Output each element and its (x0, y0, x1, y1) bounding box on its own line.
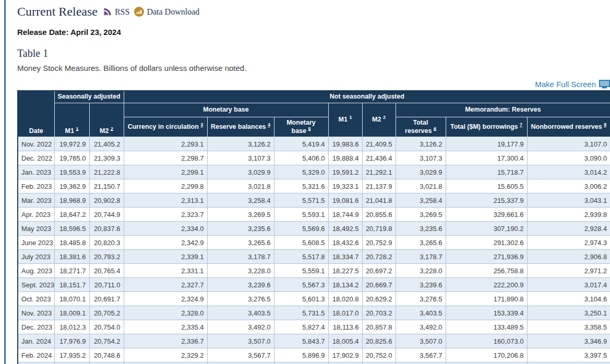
value-cell: 18,744.9 (328, 208, 362, 222)
table-row: Dec. 202219,765.021,309.32,298.73,107.35… (18, 151, 610, 165)
value-cell: 20,711.0 (89, 278, 124, 292)
table-row: Nov. 202318,009.120,705.22,328.03,403.55… (18, 306, 610, 320)
value-cell: 5,329.0 (274, 165, 328, 179)
footnote-link-5[interactable]: 5 (308, 126, 310, 131)
value-cell: 2,342.9 (124, 236, 207, 250)
footnote-ref-1[interactable]: 1 (349, 115, 352, 120)
value-cell: 3,126.2 (207, 137, 274, 151)
value-cell: 2,906.8 (527, 250, 610, 264)
value-cell: 3,029.9 (207, 165, 274, 179)
table-row: Dec. 202318,012.320,754.02,335.43,492.05… (18, 320, 610, 334)
col-header-date: Date (18, 91, 54, 137)
value-cell: 20,744.9 (89, 208, 124, 222)
date-cell: Mar. 2023 (18, 193, 54, 208)
value-cell: 3,107.3 (207, 151, 274, 165)
value-cell: 18,432.6 (328, 236, 362, 250)
value-cell: 133,489.5 (446, 320, 527, 334)
value-cell: 18,113.6 (328, 320, 362, 334)
value-cell: 3,346.9 (527, 334, 610, 348)
value-cell: 3,265.6 (207, 236, 274, 250)
data-download-link[interactable]: Data Download (134, 7, 199, 17)
footnote-link-7[interactable]: 7 (520, 122, 522, 127)
value-cell: 3,492.0 (396, 320, 446, 334)
value-cell: 17,902.9 (328, 348, 362, 362)
value-cell: 3,107.0 (527, 137, 610, 151)
value-cell: 20,825.6 (362, 334, 396, 348)
value-cell: 20,754.2 (89, 334, 124, 348)
value-cell: 5,567.3 (274, 278, 328, 292)
make-full-screen-link[interactable]: Make Full Screen (535, 80, 596, 89)
value-cell: 170,206.8 (446, 348, 527, 362)
value-cell: 2,327.7 (124, 278, 207, 292)
value-cell: 2,329.2 (124, 348, 207, 362)
value-cell: 3,507.0 (207, 334, 274, 348)
table-row: July 202318,381.620,793.22,339.13,178.75… (18, 250, 610, 264)
value-cell: 2,331.1 (124, 264, 207, 278)
value-cell: 307,190.2 (446, 222, 527, 236)
value-cell: 5,731.5 (274, 306, 328, 320)
col-header-total-borrowings: Total ($M) borrowings 7 (446, 117, 527, 137)
value-cell: 18,334.7 (328, 250, 362, 264)
footnote-link-6[interactable]: 6 (434, 126, 436, 131)
value-cell: 21,409.5 (362, 137, 396, 151)
release-date: Release Date: April 23, 2024 (17, 28, 610, 37)
value-cell: 3,178.7 (207, 250, 274, 264)
value-cell: 18,005.4 (328, 334, 362, 348)
value-cell: 5,601.3 (274, 292, 328, 306)
value-cell: 21,041.8 (362, 193, 396, 208)
table-row: Aug. 202318,271.720,765.42,331.13,228.05… (18, 264, 610, 278)
footnote-link-2[interactable]: 2 (111, 126, 113, 131)
value-cell: 3,006.2 (527, 179, 610, 193)
value-cell: 19,983.6 (328, 137, 362, 151)
monitor-icon[interactable] (599, 80, 610, 89)
footnote-link-1[interactable]: 1 (76, 126, 78, 131)
value-cell: 19,765.0 (54, 151, 89, 165)
value-cell: 5,559.1 (274, 264, 328, 278)
value-cell: 271,936.9 (446, 250, 527, 264)
value-cell: 3,492.0 (207, 320, 274, 334)
footnote-link-4[interactable]: 4 (268, 122, 270, 127)
money-stock-table: Date Seasonally adjusted Not seasonally … (17, 90, 610, 364)
table-row: June 202318,485.820,820.32,342.93,265.65… (18, 236, 610, 250)
value-cell: 17,935.2 (54, 348, 89, 362)
col-header-m2-nsa: M2 2 (362, 103, 396, 137)
value-cell: 17,976.9 (54, 334, 89, 348)
date-cell: Oct. 2023 (18, 292, 54, 306)
group-header-seasonally-adjusted: Seasonally adjusted (54, 91, 124, 103)
table-row: Apr. 202318,647.220,744.92,323.73,269.55… (18, 208, 610, 222)
value-cell: 3,029.9 (396, 165, 446, 179)
value-cell: 5,843.7 (274, 334, 328, 348)
value-cell: 3,043.1 (527, 193, 610, 208)
value-cell: 3,235.6 (396, 222, 446, 236)
table-row: Jan. 202417,976.920,754.22,336.73,507.05… (18, 334, 610, 348)
value-cell: 5,593.1 (274, 208, 328, 222)
group-header-not-seasonally-adjusted: Not seasonally adjusted (124, 91, 610, 103)
rss-link[interactable]: RSS (102, 7, 129, 17)
footnote-ref-2[interactable]: 2 (383, 115, 386, 120)
col-header-nonborrowed-reserves: Nonborrowed reserves 8 (527, 117, 610, 137)
value-cell: 3,250.1 (527, 306, 610, 320)
footnote-link-8[interactable]: 8 (604, 122, 606, 127)
value-cell: 17,300.4 (446, 151, 527, 165)
value-cell: 2,971.2 (527, 264, 610, 278)
value-cell: 18,647.2 (54, 208, 89, 222)
value-cell: 18,968.9 (54, 193, 89, 208)
value-cell: 5,571.5 (274, 193, 328, 208)
value-cell: 18,485.8 (54, 236, 89, 250)
value-cell: 3,104.6 (527, 292, 610, 306)
col-header-currency-in-circulation: Currency in circulation 3 (124, 117, 207, 137)
value-cell: 18,020.8 (328, 292, 362, 306)
footnote-link-3[interactable]: 3 (200, 122, 203, 127)
col-header-m1-sa: M1 1 (54, 103, 89, 137)
value-cell: 3,107.3 (396, 151, 446, 165)
value-cell: 2,324.9 (124, 292, 207, 306)
rss-icon (102, 7, 112, 17)
release-header: Current Release RSS Data Downloa (17, 5, 610, 19)
value-cell: 3,567.7 (207, 348, 274, 362)
data-download-label: Data Download (147, 7, 199, 17)
group-header-monetary-base: Monetary base (124, 103, 328, 117)
value-cell: 3,021.8 (396, 179, 446, 193)
value-cell: 19,177.9 (446, 137, 527, 151)
value-cell: 18,271.7 (54, 264, 89, 278)
value-cell: 21,150.7 (89, 179, 124, 193)
